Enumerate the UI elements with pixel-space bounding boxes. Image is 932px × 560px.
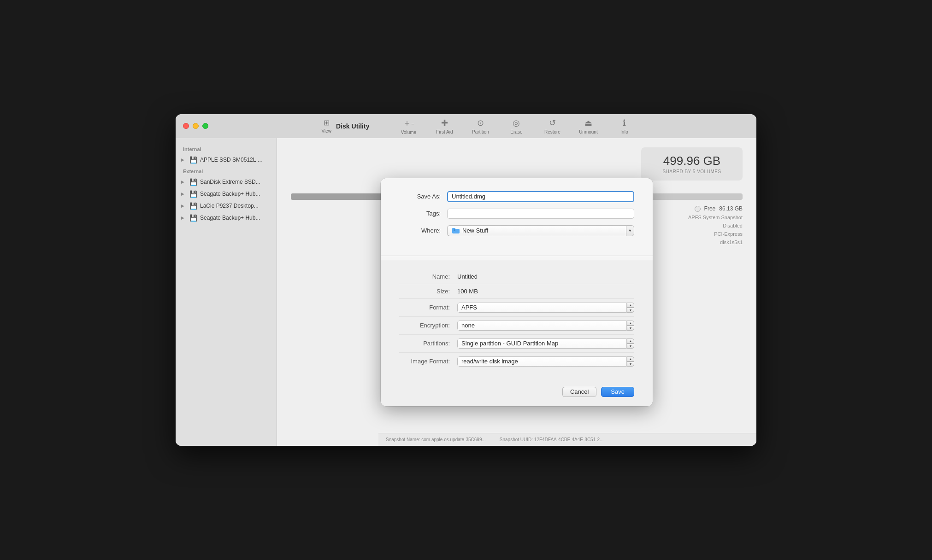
info-label: Info [620,129,628,134]
close-button[interactable] [183,123,189,129]
first-aid-icon: ✚ [441,118,448,128]
erase-icon: ◎ [513,118,520,128]
info-button[interactable]: ℹ Info [613,118,636,134]
toolbar: ⊞ View Disk Utility ＋− Volume ✚ First Ai… [208,117,749,135]
first-aid-label: First Aid [436,129,453,134]
cancel-button[interactable]: Cancel [562,387,596,397]
image-format-select-container: read/write disk image ▲ ▼ [457,356,634,367]
format-value: APFS [461,304,477,311]
where-combo: New Stuff [447,225,634,236]
step-up-icon[interactable]: ▲ [627,338,634,344]
disk-icon: 💾 [189,156,197,163]
partitions-select-container: Single partition - GUID Partition Map ▲ … [457,338,634,349]
step-up-icon[interactable]: ▲ [627,303,634,308]
sidebar-item-name: APPLE SSD SM0512L M... [200,157,265,163]
sidebar-item-sandisk[interactable]: ▶ 💾 SanDisk Extreme SSD... [176,176,277,188]
sidebar-item-apple-ssd[interactable]: ▶ 💾 APPLE SSD SM0512L M... [176,154,277,166]
image-format-stepper[interactable]: ▲ ▼ [627,356,634,367]
step-up-icon[interactable]: ▲ [627,321,634,326]
size-label: Size: [399,288,450,295]
save-dialog: Save As: Tags: Where: [381,178,653,406]
window-title: Disk Utility [336,122,369,130]
encryption-select-container: none ▲ ▼ [457,321,634,331]
format-select[interactable]: APFS [457,303,627,313]
sidebar: Internal ▶ 💾 APPLE SSD SM0512L M... Exte… [176,138,277,446]
volume-icon: ＋− [403,117,414,128]
toolbar-buttons: ＋− Volume ✚ First Aid ⊙ Partition ◎ Eras… [397,117,636,135]
sidebar-item-lacie[interactable]: ▶ 💾 LaCie P9237 Desktop... [176,200,277,212]
encryption-stepper[interactable]: ▲ ▼ [627,321,634,331]
sidebar-item-name: LaCie P9237 Desktop... [200,203,259,209]
format-label: Format: [399,304,450,311]
step-down-icon[interactable]: ▼ [627,326,634,331]
partitions-stepper[interactable]: ▲ ▼ [627,338,634,349]
disk-icon: 💾 [189,190,197,198]
image-format-label: Image Format: [399,358,450,365]
step-down-icon[interactable]: ▼ [627,344,634,349]
partition-button[interactable]: ⊙ Partition [469,118,492,134]
svg-point-2 [454,229,455,231]
main-panel: 499.96 GB SHARED BY 5 VOLUMES Free 86.13… [277,138,756,446]
save-button[interactable]: Save [601,387,634,397]
restore-button[interactable]: ↺ Restore [541,118,564,134]
where-expand-button[interactable] [626,225,634,236]
where-label: Where: [399,227,441,234]
chevron-icon: ▶ [181,216,187,220]
disk-icon: 💾 [189,214,197,222]
encryption-label: Encryption: [399,322,450,329]
tags-input[interactable] [447,209,634,219]
image-format-value: read/write disk image [461,358,518,365]
where-selector[interactable]: New Stuff [447,225,626,236]
view-icon: ⊞ [324,118,330,127]
maximize-button[interactable] [202,123,208,129]
view-button[interactable]: ⊞ View [322,118,332,134]
unmount-label: Unmount [579,129,598,134]
disk-icon: 💾 [189,178,197,186]
step-down-icon[interactable]: ▼ [627,308,634,313]
sidebar-item-name: Seagate Backup+ Hub... [200,191,260,197]
chevron-down-icon [628,228,632,233]
partitions-select[interactable]: Single partition - GUID Partition Map [457,338,627,349]
name-row: Name: Untitled [399,269,634,284]
minimize-button[interactable] [193,123,199,129]
tags-row: Tags: [399,209,634,219]
sidebar-item-seagate1[interactable]: ▶ 💾 Seagate Backup+ Hub... [176,188,277,200]
erase-button[interactable]: ◎ Erase [505,118,528,134]
save-as-row: Save As: [399,191,634,202]
first-aid-button[interactable]: ✚ First Aid [433,118,456,134]
unmount-button[interactable]: ⏏ Unmount [577,118,600,134]
size-row: Size: 100 MB [399,284,634,299]
chevron-icon: ▶ [181,192,187,196]
chevron-icon: ▶ [181,204,187,208]
info-icon: ℹ [623,118,626,128]
titlebar: ⊞ View Disk Utility ＋− Volume ✚ First Ai… [176,114,756,138]
encryption-select[interactable]: none [457,321,627,331]
content-area: Internal ▶ 💾 APPLE SSD SM0512L M... Exte… [176,138,756,446]
tags-label: Tags: [399,210,441,217]
save-as-label: Save As: [399,193,441,200]
partition-label: Partition [472,129,489,134]
name-value: Untitled [457,273,634,280]
dialog-divider [381,256,653,256]
restore-icon: ↺ [549,118,556,128]
chevron-icon: ▶ [181,180,187,184]
format-stepper[interactable]: ▲ ▼ [627,303,634,313]
view-label: View [322,128,332,134]
where-row: Where: New Stuff [399,225,634,236]
sidebar-item-name: Seagate Backup+ Hub... [200,215,260,221]
step-down-icon[interactable]: ▼ [627,362,634,367]
folder-icon [452,228,460,233]
sidebar-item-seagate2[interactable]: ▶ 💾 Seagate Backup+ Hub... [176,212,277,224]
erase-label: Erase [510,129,522,134]
dialog-overlay: Save As: Tags: Where: [277,138,756,446]
volume-button[interactable]: ＋− Volume [397,117,420,135]
chevron-icon: ▶ [181,158,187,162]
save-as-input[interactable] [447,191,634,202]
encryption-row: Encryption: none ▲ ▼ [399,317,634,335]
step-up-icon[interactable]: ▲ [627,356,634,362]
disk-icon: 💾 [189,202,197,210]
partitions-value: Single partition - GUID Partition Map [461,340,558,347]
partitions-row: Partitions: Single partition - GUID Part… [399,335,634,353]
format-select-container: APFS ▲ ▼ [457,303,634,313]
image-format-select[interactable]: read/write disk image [457,356,627,367]
